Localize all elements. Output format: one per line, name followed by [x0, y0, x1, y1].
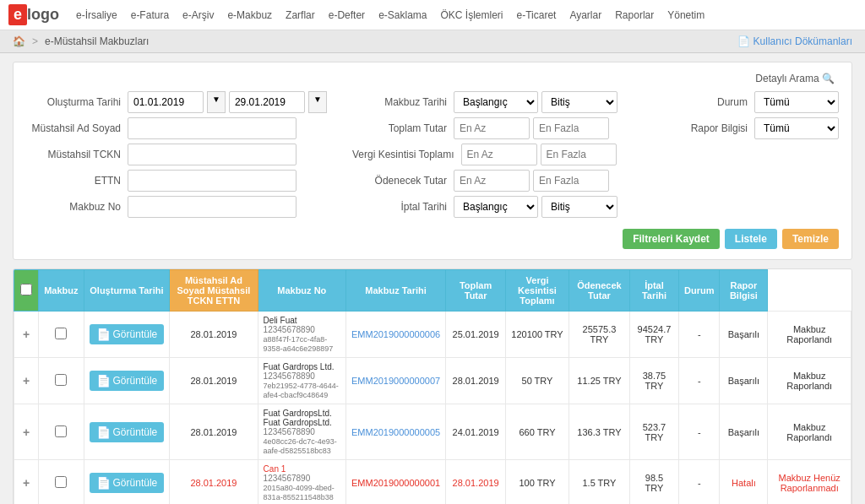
- row-toplam-tutar: 100 TRY: [506, 460, 569, 505]
- listele-button[interactable]: Listele: [725, 229, 777, 249]
- ettn-row: ETTN: [26, 170, 335, 192]
- rapor-row: Rapor Bilgisi Tümü: [678, 117, 839, 139]
- row-iptal: -: [679, 312, 720, 358]
- goruntule-button[interactable]: 📄 Görüntüle: [90, 371, 165, 391]
- makbuz-tarihi-start[interactable]: Başlangıç: [454, 91, 538, 113]
- data-table-container: Makbuz Oluşturma Tarihi Müstahsil Ad Soy…: [13, 268, 852, 504]
- doc-icon: 📄: [96, 328, 111, 341]
- goruntule-label: Görüntüle: [113, 477, 158, 489]
- nav-makbuz[interactable]: e-Makbuz: [227, 3, 272, 28]
- row-makbuz-no: EMM2019000000001: [345, 460, 445, 505]
- user-docs-icon: 📄: [737, 35, 750, 47]
- row-view-cell: 📄 Görüntüle: [84, 358, 170, 404]
- row-toplam-tutar: 660 TRY: [506, 404, 569, 460]
- row-durum: Hatalı: [720, 460, 768, 505]
- main-content: Detaylı Arama 🔍 Oluşturma Tarihi ▼ ▼ M: [0, 53, 865, 504]
- tckn-input[interactable]: [128, 144, 296, 165]
- user-docs-link[interactable]: 📄 Kullanıcı Dökümanları: [737, 35, 852, 47]
- makbuz-tarihi-row: Makbuz Tarihi Başlangıç Bitiş: [352, 91, 661, 113]
- rapor-select[interactable]: Tümü: [754, 117, 839, 139]
- expand-button[interactable]: +: [19, 374, 33, 387]
- odenecek-max[interactable]: [533, 170, 609, 192]
- nav-defter[interactable]: e-Defter: [329, 3, 365, 28]
- date-dropdown-end[interactable]: ▼: [308, 91, 327, 113]
- vergi-label: Vergi Kesintisi Toplamı: [352, 149, 461, 160]
- olusturma-tarihi-start[interactable]: [128, 91, 204, 113]
- table-row: + 📄 Görüntüle 28.01.2019 Fuat Gardrops L…: [14, 358, 851, 404]
- expand-button[interactable]: +: [19, 425, 33, 439]
- vergi-row: Vergi Kesintisi Toplamı: [352, 144, 661, 165]
- toplam-tutar-label: Toplam Tutar: [352, 122, 454, 134]
- expand-button[interactable]: +: [19, 476, 33, 490]
- tckn-row: Müstahsil TCKN: [26, 144, 335, 165]
- iptal-tarihi-label: İptal Tarihi: [352, 201, 454, 213]
- nav-arsiv[interactable]: e-Arşiv: [182, 3, 214, 28]
- doc-icon: 📄: [96, 476, 111, 490]
- row-info: Deli Fuat12345678890a88f47f-17cc-4fa8-93…: [258, 312, 345, 358]
- toplam-tutar-inputs: [454, 117, 609, 139]
- olusturma-tarihi-row: Oluşturma Tarihi ▼ ▼: [26, 91, 335, 113]
- iptal-tarihi-start[interactable]: Başlangıç: [454, 196, 538, 218]
- toplam-tutar-min[interactable]: [454, 117, 530, 139]
- nav-saklama[interactable]: e-Saklama: [378, 3, 427, 28]
- left-form-col: Oluşturma Tarihi ▼ ▼ Müstahsil Ad Soyad …: [26, 91, 335, 222]
- nav-irsaliye[interactable]: e-İrsaliye: [76, 3, 117, 28]
- temizle-button[interactable]: Temizle: [782, 229, 839, 249]
- nav-ticaret[interactable]: e-Ticaret: [517, 3, 557, 28]
- row-toplam-tutar: 50 TRY: [506, 358, 569, 404]
- makbuz-no-input[interactable]: [128, 196, 296, 218]
- logo: e logo: [8, 4, 59, 25]
- nav-okc[interactable]: ÖKC İşlemleri: [440, 3, 503, 28]
- select-all-checkbox[interactable]: [20, 284, 32, 295]
- row-select-checkbox[interactable]: [55, 425, 67, 437]
- goruntule-button[interactable]: 📄 Görüntüle: [90, 324, 165, 344]
- row-select-checkbox[interactable]: [55, 476, 67, 488]
- nav-ayarlar[interactable]: Ayarlar: [569, 3, 601, 28]
- goruntule-label: Görüntüle: [113, 426, 158, 438]
- odenecek-min[interactable]: [454, 170, 530, 192]
- iptal-tarihi-end[interactable]: Bitiş: [541, 196, 617, 218]
- ettn-label: ETTN: [26, 175, 128, 187]
- nav-yonetim[interactable]: Yönetim: [667, 3, 705, 28]
- header-toplam-tutar: Toplam Tutar: [446, 270, 506, 312]
- row-vergi: 25575.3 TRY: [569, 312, 629, 358]
- durum-label: Durum: [678, 96, 754, 108]
- makbuz-no-row: Makbuz No: [26, 196, 335, 218]
- row-vergi: 1.5 TRY: [569, 460, 629, 505]
- makbuz-tarihi-end[interactable]: Bitiş: [541, 91, 617, 113]
- header-durum: Durum: [679, 270, 720, 312]
- ad-soyad-input[interactable]: [128, 117, 296, 139]
- nav-raporlar[interactable]: Raporlar: [615, 3, 654, 28]
- vergi-inputs: [461, 144, 617, 165]
- header-makbuz-no: Makbuz No: [258, 270, 345, 312]
- date-dropdown-start[interactable]: ▼: [207, 91, 226, 113]
- row-durum: Başarılı: [720, 404, 768, 460]
- top-nav: e logo e-İrsaliye e-Fatura e-Arşiv e-Mak…: [0, 0, 865, 30]
- row-checkbox-cell: +: [14, 312, 39, 358]
- header-odenecek: Ödenecek Tutar: [569, 270, 629, 312]
- toplam-tutar-max[interactable]: [533, 117, 609, 139]
- goruntule-button[interactable]: 📄 Görüntüle: [90, 473, 165, 493]
- row-select-checkbox[interactable]: [55, 374, 67, 386]
- row-select-checkbox[interactable]: [55, 328, 67, 339]
- row-checkbox: [39, 460, 84, 505]
- nav-zarflar[interactable]: Zarflar: [286, 3, 315, 28]
- vergi-max[interactable]: [541, 144, 617, 165]
- row-makbuz-no: EMM2019000000006: [345, 312, 445, 358]
- durum-select[interactable]: Tümü: [754, 91, 839, 113]
- vergi-min[interactable]: [461, 144, 537, 165]
- row-odenecek: 38.75 TRY: [629, 358, 678, 404]
- odenecek-label: Ödenecek Tutar: [352, 175, 454, 187]
- toplam-tutar-row: Toplam Tutar: [352, 117, 661, 139]
- header-vergi: Vergi Kesintisi Toplamı: [506, 270, 569, 312]
- olusturma-tarihi-end[interactable]: [229, 91, 305, 113]
- olusturma-tarihi-label: Oluşturma Tarihi: [26, 96, 128, 108]
- nav-fatura[interactable]: e-Fatura: [131, 3, 169, 28]
- header-olusturma: Oluşturma Tarihi: [84, 270, 170, 312]
- row-checkbox: [39, 358, 84, 404]
- home-icon[interactable]: 🏠: [13, 35, 25, 47]
- filtreleri-kaydet-button[interactable]: Filtreleri Kaydet: [623, 229, 720, 249]
- ettn-input[interactable]: [128, 170, 296, 192]
- goruntule-button[interactable]: 📄 Görüntüle: [90, 422, 165, 442]
- expand-button[interactable]: +: [19, 328, 33, 341]
